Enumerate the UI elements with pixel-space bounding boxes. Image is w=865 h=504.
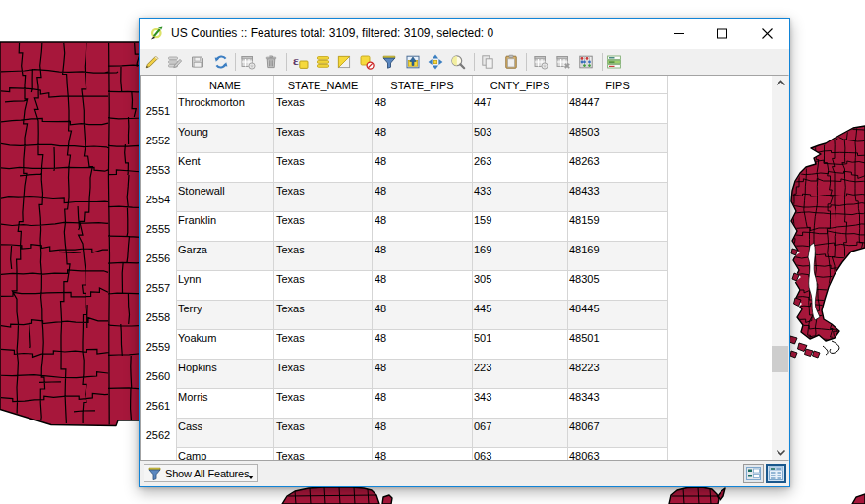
svg-text:ε: ε [293,54,299,68]
